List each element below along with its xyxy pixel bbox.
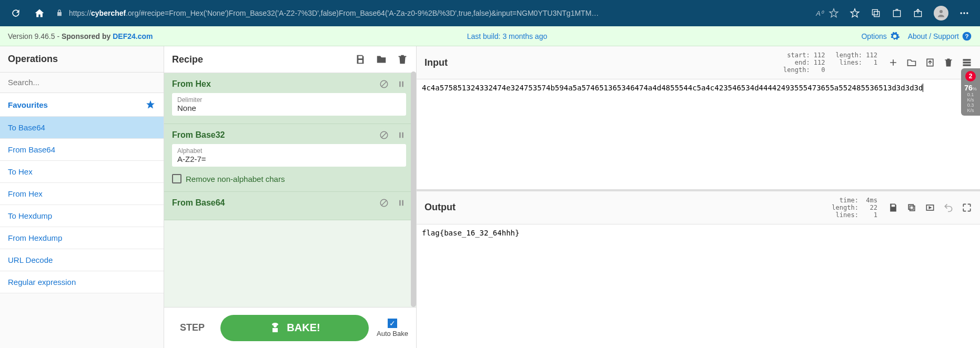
svg-rect-18 <box>402 200 403 206</box>
sponsored-label: Sponsored by <box>62 32 113 40</box>
svg-rect-12 <box>402 81 403 87</box>
op-item-from-base64[interactable]: From Base64 <box>0 139 164 161</box>
home-icon[interactable] <box>34 8 45 18</box>
input-textarea[interactable]: 4c4a575851324332474e324753574b594a5a5746… <box>417 79 980 189</box>
disable-icon[interactable] <box>379 79 389 89</box>
save-icon[interactable] <box>355 54 366 65</box>
recipe-title: Recipe <box>172 54 203 65</box>
svg-rect-24 <box>963 64 971 66</box>
recipe-op-from-base64[interactable]: From Base64 <box>164 192 414 220</box>
svg-rect-2 <box>893 11 900 17</box>
recipe-op-title: From Hex <box>172 79 211 89</box>
pause-icon[interactable] <box>397 130 406 140</box>
address-bar[interactable]: https://cyberchef.org/#recipe=From_Hex('… <box>55 8 839 18</box>
app-banner: Version 9.46.5 - Sponsored by DEF24.com … <box>0 26 980 46</box>
op-item-regex[interactable]: Regular expression <box>0 271 164 293</box>
version-text: Version 9.46.5 - <box>8 32 62 40</box>
operations-panel: Operations Favourites To Base64 From Bas… <box>0 46 164 348</box>
chef-icon <box>269 322 281 334</box>
url-domain: cyberchef <box>91 9 126 17</box>
op-item-to-hexdump[interactable]: To Hexdump <box>0 205 164 227</box>
browser-toolbar: https://cyberchef.org/#recipe=From_Hex('… <box>0 0 980 26</box>
svg-rect-17 <box>399 200 400 206</box>
bake-row: STEP BAKE! ✓ Auto Bake <box>164 307 416 348</box>
open-file-icon[interactable] <box>925 57 935 68</box>
copy-output-icon[interactable] <box>906 202 917 213</box>
refresh-icon[interactable] <box>11 8 21 18</box>
svg-point-20 <box>272 323 278 326</box>
notification-count: 2 <box>965 71 976 81</box>
open-folder-icon[interactable] <box>906 57 917 68</box>
disable-icon[interactable] <box>379 198 389 208</box>
recipe-op-title: From Base64 <box>172 198 225 208</box>
url-prefix: https:// <box>69 9 91 17</box>
op-item-to-base64[interactable]: To Base64 <box>0 117 164 139</box>
svg-rect-15 <box>402 132 403 138</box>
arg-delimiter[interactable]: Delimiter None <box>172 93 406 116</box>
save-output-icon[interactable] <box>888 202 898 213</box>
star-outline-icon[interactable] <box>829 8 839 18</box>
share-icon[interactable] <box>913 8 923 18</box>
sponsor-link[interactable]: DEF24.com <box>113 32 153 40</box>
recipe-op-from-hex[interactable]: From Hex Delimiter None <box>164 73 414 124</box>
pause-icon[interactable] <box>397 79 406 89</box>
extensions-icon[interactable] <box>892 8 902 18</box>
lock-icon <box>55 9 64 17</box>
input-stats-right: length: 112 lines: 1 <box>836 52 877 74</box>
svg-point-4 <box>939 10 943 13</box>
trash-icon[interactable] <box>397 54 408 65</box>
input-settings-icon[interactable] <box>962 57 972 68</box>
folder-icon[interactable] <box>376 54 387 65</box>
svg-point-7 <box>966 12 968 14</box>
pause-icon[interactable] <box>397 198 406 208</box>
svg-rect-11 <box>399 81 400 87</box>
op-item-to-hex[interactable]: To Hex <box>0 161 164 183</box>
bake-button[interactable]: BAKE! <box>220 315 369 341</box>
svg-rect-23 <box>963 62 971 63</box>
op-item-url-decode[interactable]: URL Decode <box>0 249 164 271</box>
maximize-icon[interactable] <box>962 202 972 213</box>
svg-text:?: ? <box>965 33 968 39</box>
collections-icon[interactable] <box>871 8 881 18</box>
options-link[interactable]: Options <box>861 31 900 42</box>
step-button[interactable]: STEP <box>172 317 213 339</box>
op-item-from-hex[interactable]: From Hex <box>0 183 164 205</box>
recipe-op-from-base32[interactable]: From Base32 Alphabet A-Z2-7= Remove non-… <box>164 124 414 192</box>
svg-point-6 <box>963 12 965 14</box>
search-input[interactable] <box>8 78 156 87</box>
operations-header: Operations <box>0 46 164 73</box>
svg-rect-14 <box>399 132 400 138</box>
output-header: Output time: 4ms length: 22 lines: 1 <box>417 191 980 224</box>
operations-title: Operations <box>8 54 58 65</box>
disable-icon[interactable] <box>379 130 389 140</box>
recipe-scrollbar[interactable] <box>411 71 416 307</box>
performance-badge[interactable]: 2 76% 0.1 K/s 0.3 K/s <box>961 68 980 116</box>
recipe-header: Recipe <box>164 46 416 73</box>
recipe-op-title: From Base32 <box>172 130 225 140</box>
reader-icon[interactable]: A⁰ <box>816 9 823 17</box>
undo-icon[interactable] <box>943 202 954 213</box>
svg-point-5 <box>961 12 962 14</box>
output-stats: time: 4ms length: 22 lines: 1 <box>832 197 877 219</box>
input-title: Input <box>425 57 448 68</box>
clear-input-icon[interactable] <box>943 57 954 68</box>
recipe-panel: Recipe From Hex Delimiter None <box>164 46 417 348</box>
input-header: Input start: 112 end: 112 length: 0 leng… <box>417 46 980 79</box>
arg-alphabet[interactable]: Alphabet A-Z2-7= <box>172 144 406 167</box>
output-textarea: flag{base_16_32_64hhh} <box>417 224 980 348</box>
last-build-text: Last build: 3 months ago <box>467 32 548 40</box>
auto-bake-toggle[interactable]: ✓ Auto Bake <box>377 319 408 337</box>
op-item-from-hexdump[interactable]: From Hexdump <box>0 227 164 249</box>
io-panel: Input start: 112 end: 112 length: 0 leng… <box>417 46 980 348</box>
favorites-icon[interactable] <box>850 8 860 18</box>
move-output-icon[interactable] <box>925 202 935 213</box>
gear-icon <box>890 31 900 42</box>
about-link[interactable]: About / Support ? <box>908 31 972 42</box>
more-icon[interactable] <box>959 8 969 18</box>
favourites-header[interactable]: Favourites <box>0 93 164 117</box>
svg-rect-1 <box>874 12 880 17</box>
avatar[interactable] <box>934 6 948 21</box>
remove-nonalpha-checkbox[interactable]: Remove non-alphabet chars <box>172 174 406 183</box>
add-tab-icon[interactable] <box>888 57 898 68</box>
input-stats-left: start: 112 end: 112 length: 0 <box>783 52 825 74</box>
